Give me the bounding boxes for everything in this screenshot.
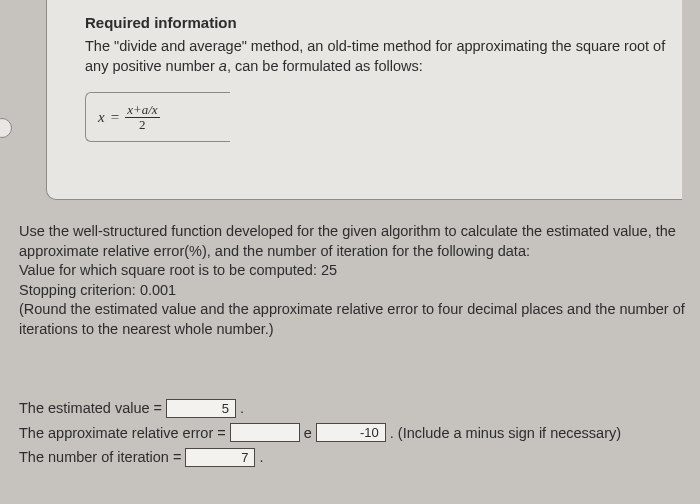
formula-numerator: x+a/x: [125, 103, 159, 118]
answers-block: The estimated value = 5 . The approximat…: [19, 396, 691, 470]
formula-lhs: x: [98, 109, 105, 126]
approx-rel-error-label: The approximate relative error =: [19, 421, 226, 446]
info-var-a: a: [219, 58, 227, 74]
question-sheet: Required information The "divide and ave…: [0, 0, 700, 504]
body-p4: (Round the estimated value and the appro…: [19, 300, 691, 339]
row-estimated-value: The estimated value = 5 .: [19, 396, 691, 421]
side-tab-circle: [0, 118, 12, 138]
approx-rel-error-tail: . (Include a minus sign if necessary): [390, 421, 621, 446]
formula-box: x = x+a/x 2: [85, 92, 230, 142]
info-description: The "divide and average" method, an old-…: [85, 37, 666, 76]
body-p3: Stopping criterion: 0.001: [19, 281, 691, 301]
required-info-box: Required information The "divide and ave…: [46, 0, 682, 200]
info-title: Required information: [85, 14, 666, 31]
formula-denominator: 2: [137, 118, 148, 132]
approx-rel-error-mantissa-input[interactable]: [230, 423, 300, 442]
estimated-value-label: The estimated value =: [19, 396, 162, 421]
formula-eq: =: [111, 109, 119, 126]
info-desc-post: , can be formulated as follows:: [227, 58, 423, 74]
row-iterations: The number of iteration = 7 .: [19, 445, 691, 470]
estimated-value-input[interactable]: 5: [166, 399, 236, 418]
formula: x = x+a/x 2: [98, 103, 218, 131]
formula-fraction: x+a/x 2: [125, 103, 159, 131]
row-approx-rel-error: The approximate relative error = e -10 .…: [19, 421, 691, 446]
exponent-e: e: [304, 421, 312, 446]
approx-rel-error-exponent-input[interactable]: -10: [316, 423, 386, 442]
iterations-input[interactable]: 7: [185, 448, 255, 467]
iterations-label: The number of iteration =: [19, 445, 181, 470]
body-p2: Value for which square root is to be com…: [19, 261, 691, 281]
dot: .: [240, 396, 244, 421]
body-p1: Use the well-structured function develop…: [19, 222, 691, 261]
question-body: Use the well-structured function develop…: [19, 222, 691, 339]
dot: .: [259, 445, 263, 470]
